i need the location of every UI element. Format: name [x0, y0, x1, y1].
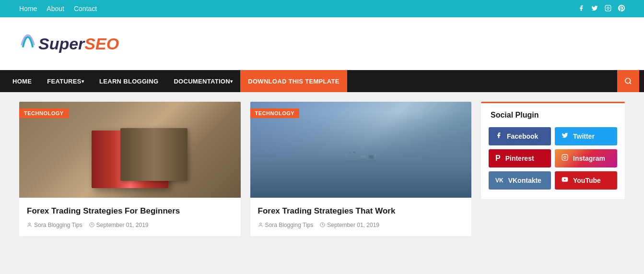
article-title-1[interactable]: Forex Trading Strategies For Beginners [27, 205, 233, 217]
site-logo[interactable]: SuperSEO [19, 33, 119, 54]
logo-icon [19, 33, 36, 54]
youtube-icon [562, 176, 568, 185]
instagram-top-icon[interactable] [605, 5, 611, 13]
pinterest-button[interactable]: P Pinterest [489, 149, 551, 167]
article-body-2: Forex Trading Strategies That Work Sora … [250, 198, 472, 236]
svg-line-3 [630, 83, 631, 84]
mainnav-home[interactable]: HOME [5, 70, 39, 92]
svg-rect-8 [562, 155, 568, 160]
instagram-button[interactable]: Instagram [555, 149, 617, 167]
twitter-label: Twitter [573, 132, 595, 140]
twitter-icon [562, 132, 568, 141]
article-card: TECHNOLOGY Forex Trading Strategies For … [19, 102, 241, 236]
pinterest-label: Pinterest [505, 155, 534, 162]
search-button[interactable] [617, 70, 639, 92]
logo-area: SuperSEO [0, 17, 644, 70]
article-date-2: September 01, 2019 [320, 222, 379, 228]
svg-point-2 [625, 78, 631, 83]
nav-home[interactable]: Home [19, 5, 37, 12]
social-plugin-box: Social Plugin Facebook Twitter P Pi [481, 102, 625, 199]
article-card: TECHNOLOGY Forex Trading Strategies That… [250, 102, 472, 236]
vkontakte-label: VKontakte [508, 177, 541, 184]
article-author-1: Sora Blogging Tips [27, 222, 82, 228]
top-nav: Home About Contact [19, 5, 97, 12]
article-date-1: September 01, 2019 [89, 222, 149, 228]
article-tag-2[interactable]: TECHNOLOGY [250, 108, 300, 118]
article-meta-2: Sora Blogging Tips September 01, 2019 [258, 222, 464, 228]
top-social-icons [578, 5, 625, 13]
svg-point-6 [259, 223, 261, 225]
logo-seo-text: SEO [84, 35, 119, 53]
youtube-button[interactable]: YouTube [555, 171, 617, 190]
articles-list: TECHNOLOGY Forex Trading Strategies For … [19, 102, 471, 236]
main-nav: HOME FEATURES LEARN BLOGGING DOCUMENTATI… [0, 70, 644, 92]
top-bar: Home About Contact [0, 0, 644, 17]
vkontakte-icon: VK [495, 177, 503, 184]
nav-contact[interactable]: Contact [74, 5, 97, 12]
mainnav-features[interactable]: FEATURES [39, 70, 92, 92]
mainnav-download[interactable]: DOWNLOAD THIS TEMPLATE [240, 70, 347, 92]
article-title-2[interactable]: Forex Trading Strategies That Work [258, 205, 464, 217]
nav-about[interactable]: About [47, 5, 64, 12]
facebook-icon [495, 132, 502, 141]
twitter-top-icon[interactable] [591, 5, 598, 13]
facebook-label: Facebook [507, 132, 538, 140]
facebook-button[interactable]: Facebook [489, 127, 551, 145]
article-meta-1: Sora Blogging Tips September 01, 2019 [27, 222, 233, 228]
mainnav-documentation[interactable]: DOCUMENTATION [166, 70, 240, 92]
instagram-label: Instagram [573, 155, 605, 162]
svg-point-4 [29, 223, 31, 225]
twitter-button[interactable]: Twitter [555, 127, 617, 145]
social-plugin-title: Social Plugin [481, 103, 625, 127]
content-area: TECHNOLOGY Forex Trading Strategies For … [0, 92, 644, 246]
logo-super-text: Super [38, 35, 84, 53]
instagram-icon [562, 154, 568, 163]
article-image-2: TECHNOLOGY [250, 102, 472, 198]
vkontakte-button[interactable]: VK VKontakte [489, 171, 551, 190]
article-tag-1[interactable]: TECHNOLOGY [19, 108, 69, 118]
article-author-2: Sora Blogging Tips [258, 222, 314, 228]
pinterest-icon: P [495, 154, 501, 163]
mainnav-learn-blogging[interactable]: LEARN BLOGGING [92, 70, 166, 92]
facebook-top-icon[interactable] [578, 5, 585, 13]
social-grid: Facebook Twitter P Pinterest Inst [481, 127, 625, 199]
article-body-1: Forex Trading Strategies For Beginners S… [19, 198, 241, 236]
youtube-label: YouTube [573, 177, 601, 184]
pinterest-top-icon[interactable] [618, 5, 625, 13]
article-image-1: TECHNOLOGY [19, 102, 241, 198]
sidebar: Social Plugin Facebook Twitter P Pi [481, 102, 625, 236]
svg-rect-0 [605, 5, 611, 11]
